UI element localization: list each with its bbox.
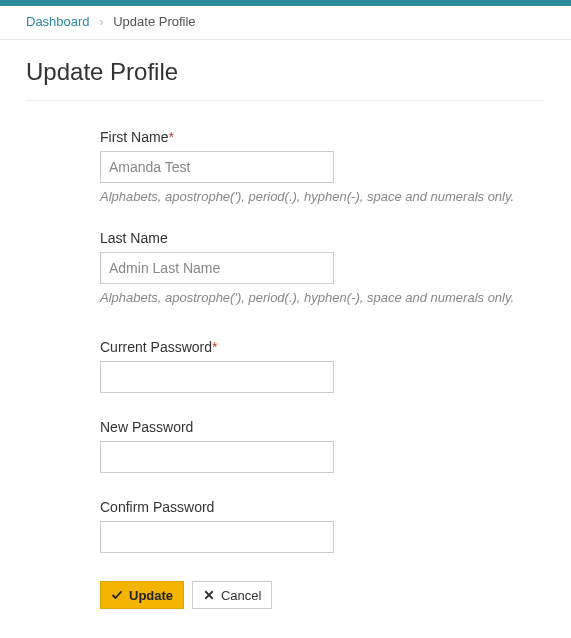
button-row: Update Cancel — [100, 581, 545, 609]
confirm-password-field: Confirm Password — [100, 499, 545, 553]
cancel-button[interactable]: Cancel — [192, 581, 272, 609]
first-name-input[interactable] — [100, 151, 334, 183]
last-name-label: Last Name — [100, 230, 545, 246]
current-password-input[interactable] — [100, 361, 334, 393]
breadcrumb-current: Update Profile — [113, 14, 195, 29]
cancel-button-label: Cancel — [221, 588, 261, 603]
breadcrumb: Dashboard › Update Profile — [0, 6, 571, 40]
required-mark: * — [168, 129, 173, 145]
new-password-label: New Password — [100, 419, 545, 435]
confirm-password-input[interactable] — [100, 521, 334, 553]
profile-form: First Name* Alphabets, apostrophe('), pe… — [26, 129, 545, 609]
first-name-field: First Name* Alphabets, apostrophe('), pe… — [100, 129, 545, 204]
close-icon — [203, 589, 215, 601]
new-password-input[interactable] — [100, 441, 334, 473]
breadcrumb-root[interactable]: Dashboard — [26, 14, 90, 29]
new-password-field: New Password — [100, 419, 545, 473]
update-button-label: Update — [129, 588, 173, 603]
update-button[interactable]: Update — [100, 581, 184, 609]
chevron-right-icon: › — [99, 14, 103, 29]
required-mark: * — [212, 339, 217, 355]
first-name-hint: Alphabets, apostrophe('), period(.), hyp… — [100, 189, 545, 204]
check-icon — [111, 589, 123, 601]
last-name-field: Last Name Alphabets, apostrophe('), peri… — [100, 230, 545, 305]
divider — [26, 100, 545, 101]
last-name-hint: Alphabets, apostrophe('), period(.), hyp… — [100, 290, 545, 305]
last-name-input[interactable] — [100, 252, 334, 284]
first-name-label: First Name* — [100, 129, 545, 145]
current-password-label: Current Password* — [100, 339, 545, 355]
confirm-password-label: Confirm Password — [100, 499, 545, 515]
page-title: Update Profile — [26, 58, 545, 86]
current-password-field: Current Password* — [100, 339, 545, 393]
